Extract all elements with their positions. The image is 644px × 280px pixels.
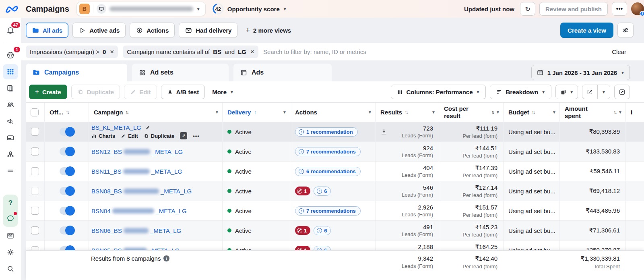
review-publish-button[interactable]: Review and publish bbox=[539, 2, 608, 16]
info-icon[interactable]: i bbox=[163, 255, 169, 261]
duplicate-button[interactable]: Duplicate bbox=[71, 85, 120, 99]
campaign-toggle[interactable] bbox=[60, 147, 74, 156]
col-campaign[interactable]: Campaign↑↓▼ bbox=[89, 103, 222, 122]
campaign-toggle[interactable] bbox=[60, 167, 74, 175]
more-views-button[interactable]: + 2 more views bbox=[242, 26, 295, 35]
remove-filter-icon[interactable]: × bbox=[109, 48, 114, 55]
more-options-button[interactable]: ••• bbox=[612, 2, 627, 16]
sidebar-item-account-overview[interactable]: 1 bbox=[3, 48, 18, 63]
download-results-icon[interactable] bbox=[380, 128, 388, 135]
recommendation-count-pill[interactable]: ↑6 bbox=[314, 226, 331, 235]
campaign-name-link[interactable]: BSN08_BS bbox=[91, 188, 122, 195]
sidebar-item-audiences[interactable] bbox=[3, 97, 18, 112]
sidebar-item-business-assets[interactable] bbox=[3, 147, 18, 162]
campaign-name-link[interactable]: _META_LG bbox=[151, 168, 182, 175]
columns-button[interactable]: Columns: Performance▼ bbox=[391, 85, 486, 99]
date-range-button[interactable]: 1 Jan 2026 - 31 Jan 2026 ▼ bbox=[531, 65, 630, 80]
col-results[interactable]: Results↑↓▼ bbox=[375, 103, 439, 122]
col-budget[interactable]: Budget↑↓▼ bbox=[503, 103, 559, 122]
sidebar-item-messages[interactable] bbox=[3, 211, 18, 226]
opportunity-score[interactable]: 42 Opportunity score ▼ bbox=[210, 1, 291, 17]
row-checkbox[interactable] bbox=[31, 128, 39, 136]
view-tab-had-delivery[interactable]: Had delivery bbox=[179, 23, 237, 38]
create-button[interactable]: + Create bbox=[29, 85, 67, 99]
campaign-name-link[interactable]: BS_KL_META_LG bbox=[91, 124, 141, 131]
campaign-name-link[interactable]: BSN11_BS bbox=[91, 168, 122, 175]
open-charts-button[interactable]: ↗ bbox=[180, 132, 187, 139]
filter-chip[interactable]: Impressions (campaign) > 0× bbox=[26, 46, 118, 58]
recommendation-count-pill[interactable]: ↑6 bbox=[314, 187, 331, 196]
sidebar-item-campaigns[interactable] bbox=[3, 64, 18, 79]
sidebar-item-notifications[interactable]: 47 bbox=[3, 23, 18, 38]
export-button[interactable] bbox=[582, 85, 597, 99]
sidebar-item-ads-reporting[interactable] bbox=[3, 81, 18, 96]
create-view-button[interactable]: Create a view bbox=[560, 23, 613, 38]
row-checkbox[interactable] bbox=[31, 226, 39, 234]
edit-link[interactable]: Edit bbox=[121, 133, 138, 139]
sidebar-item-page-posts[interactable] bbox=[3, 228, 18, 243]
campaign-name-link[interactable]: _META_LG bbox=[156, 207, 187, 214]
sidebar-item-search[interactable] bbox=[3, 261, 18, 276]
tab-ad-sets[interactable]: Ad sets bbox=[132, 64, 229, 81]
view-tab-actions[interactable]: Actions bbox=[130, 23, 175, 38]
meta-logo[interactable] bbox=[4, 4, 19, 13]
more-button[interactable]: More▼ bbox=[209, 85, 237, 99]
sidebar-item-all-tools[interactable] bbox=[3, 163, 18, 178]
campaign-name-link[interactable]: _META_LG bbox=[152, 148, 183, 155]
refresh-button[interactable]: ↻ bbox=[520, 2, 535, 16]
col-delivery[interactable]: Delivery↑▼ bbox=[222, 103, 290, 122]
col-amount-spent[interactable]: Amount spent↑↓▼ bbox=[559, 103, 625, 122]
col-cost-per-result[interactable]: Cost per result↑↓▼ bbox=[439, 103, 503, 122]
issues-badge[interactable]: 1 bbox=[295, 226, 310, 235]
edit-name-icon[interactable] bbox=[145, 125, 151, 130]
row-checkbox[interactable] bbox=[31, 147, 39, 156]
col-off[interactable]: Off...↑↓ bbox=[44, 103, 89, 122]
recommendation-pill[interactable]: ↑1 recommendation bbox=[295, 127, 358, 137]
recommendation-pill[interactable]: ↑7 recommendations bbox=[295, 206, 361, 216]
clear-filters-button[interactable]: Clear bbox=[612, 48, 626, 55]
remove-filter-icon[interactable]: × bbox=[250, 48, 254, 55]
duplicate-link[interactable]: Duplicate bbox=[144, 133, 175, 139]
view-tab-all-ads[interactable]: All ads bbox=[26, 23, 68, 38]
export-options-button[interactable]: ▼ bbox=[597, 85, 610, 99]
row-checkbox[interactable] bbox=[31, 207, 39, 215]
reports-button[interactable]: ▼ bbox=[555, 85, 578, 99]
campaign-name-link[interactable]: BSN12_BS bbox=[91, 148, 122, 155]
redacted-name-segment bbox=[124, 228, 149, 233]
select-all-checkbox[interactable] bbox=[31, 108, 39, 116]
campaign-name-link[interactable]: _META_LG bbox=[150, 227, 181, 234]
account-selector[interactable]: B ▼ bbox=[76, 2, 206, 16]
tab-campaigns[interactable]: Campaigns bbox=[26, 64, 127, 81]
view-tab-active-ads[interactable]: Active ads bbox=[72, 23, 126, 38]
campaign-name-link[interactable]: BSN06_BS bbox=[91, 227, 122, 234]
campaign-toggle[interactable] bbox=[60, 187, 74, 195]
issues-badge[interactable]: 1 bbox=[295, 187, 310, 195]
row-checkbox[interactable] bbox=[31, 187, 39, 195]
sidebar-item-help[interactable]: ? bbox=[3, 195, 18, 211]
campaign-name-link[interactable]: BSN04 bbox=[91, 207, 111, 214]
charts-link[interactable]: Charts bbox=[91, 133, 115, 139]
sidebar-item-settings[interactable] bbox=[3, 245, 18, 260]
campaign-toggle[interactable] bbox=[60, 226, 74, 234]
view-settings-button[interactable] bbox=[617, 23, 634, 38]
filter-search-input[interactable]: Search to filter by: name, ID or metrics bbox=[263, 48, 607, 55]
avatar[interactable]: f bbox=[631, 2, 644, 15]
row-checkbox[interactable] bbox=[31, 167, 39, 175]
tab-ads[interactable]: Ads bbox=[233, 64, 332, 81]
view-charts-button[interactable] bbox=[614, 85, 630, 99]
col-actions[interactable]: Actions▼ bbox=[290, 103, 375, 122]
campaign-name-link[interactable]: _META_LG bbox=[161, 188, 192, 195]
campaign-toggle[interactable] bbox=[60, 207, 74, 215]
sidebar-item-billing[interactable] bbox=[3, 130, 18, 145]
recommendation-pill[interactable]: ↑7 recommendations bbox=[295, 147, 361, 156]
table-header: Off...↑↓ Campaign↑↓▼ Delivery↑▼ Actions▼… bbox=[26, 103, 644, 122]
folder-icon bbox=[32, 27, 39, 34]
recommendation-pill[interactable]: ↑6 recommendations bbox=[295, 167, 361, 176]
sidebar-item-advertise[interactable] bbox=[3, 114, 18, 129]
row-more-button[interactable]: ••• bbox=[193, 133, 200, 139]
edit-button[interactable]: Edit bbox=[124, 85, 157, 99]
breakdown-button[interactable]: Breakdown▼ bbox=[490, 85, 551, 99]
filter-chip[interactable]: Campaign name contains all of BS and LG× bbox=[123, 46, 258, 58]
ab-test-button[interactable]: A/B test bbox=[161, 85, 205, 99]
campaign-toggle[interactable] bbox=[60, 128, 74, 136]
